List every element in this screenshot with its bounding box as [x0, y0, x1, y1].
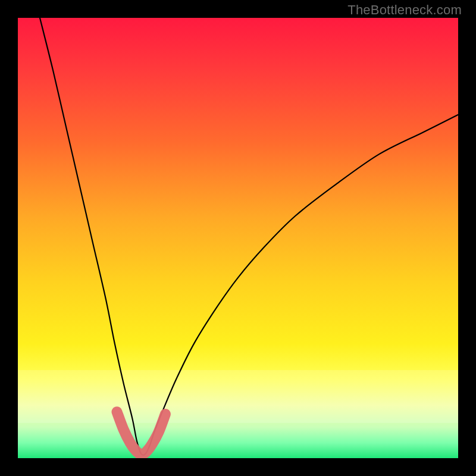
chart-frame: TheBottleneck.com	[0, 0, 476, 476]
curve-layer	[18, 18, 458, 458]
bottleneck-curve	[40, 18, 458, 455]
watermark-text: TheBottleneck.com	[347, 2, 462, 18]
plot-area	[18, 18, 458, 458]
highlight-band	[117, 412, 165, 455]
